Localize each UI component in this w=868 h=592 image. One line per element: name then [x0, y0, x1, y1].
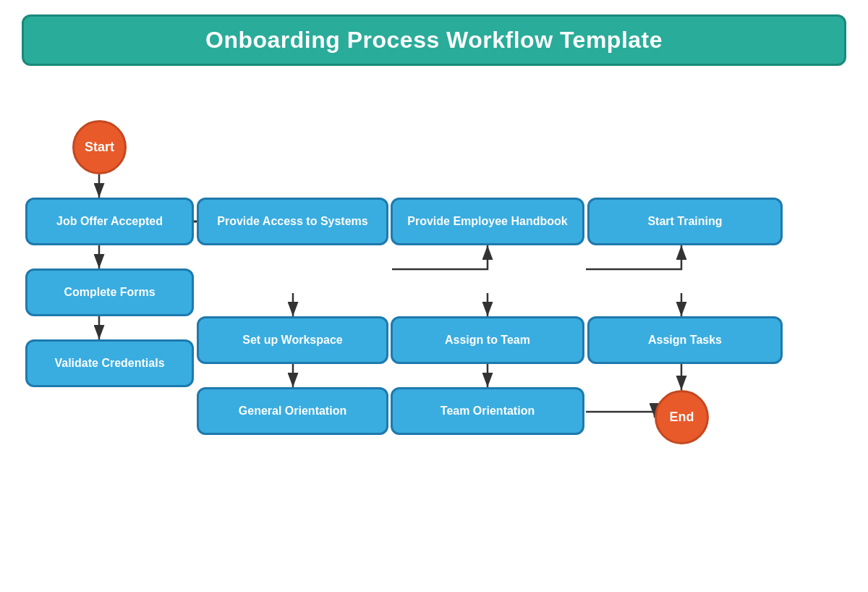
- validate-credentials-node: Validate Credentials: [25, 339, 194, 387]
- team-orientation-node: Team Orientation: [391, 387, 584, 435]
- title-bar: Onboarding Process Workflow Template: [22, 14, 846, 66]
- end-node: End: [655, 390, 709, 444]
- provide-handbook-node: Provide Employee Handbook: [391, 198, 584, 245]
- job-offer-accepted-node: Job Offer Accepted: [25, 198, 194, 245]
- page-wrapper: Onboarding Process Workflow Template: [0, 0, 868, 592]
- assign-tasks-node: Assign Tasks: [587, 316, 783, 364]
- assign-to-team-node: Assign to Team: [391, 316, 584, 364]
- workflow-area: Start Job Offer Accepted Complete Forms …: [22, 88, 846, 580]
- general-orientation-node: General Orientation: [197, 387, 388, 435]
- page-title: Onboarding Process Workflow Template: [38, 27, 830, 54]
- set-up-workspace-node: Set up Workspace: [197, 316, 388, 364]
- start-training-node: Start Training: [587, 198, 783, 245]
- provide-access-node: Provide Access to Systems: [197, 198, 388, 245]
- start-node: Start: [72, 120, 127, 174]
- complete-forms-node: Complete Forms: [25, 268, 194, 316]
